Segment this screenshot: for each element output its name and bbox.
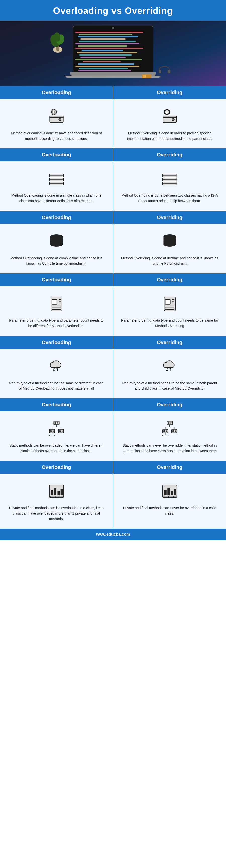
page-title: Overloading vs Overriding [2, 5, 224, 16]
svg-point-26 [166, 111, 168, 113]
content-row-4: Return type of a method can be the same … [0, 349, 226, 398]
svg-point-105 [172, 430, 174, 432]
sections-container: Overloading Overriding Method overloadin… [0, 86, 226, 529]
laptop-screen [73, 26, 153, 72]
svg-rect-122 [167, 488, 170, 496]
right-icon-5 [160, 419, 180, 439]
right-icon-0 [160, 106, 180, 126]
svg-point-96 [170, 423, 171, 424]
section-left-header-2: Overloading [0, 211, 113, 224]
left-icon-0 [46, 106, 67, 126]
content-left-col-4: Return type of a method can be the same … [0, 349, 113, 398]
svg-point-24 [172, 119, 174, 121]
svg-rect-113 [54, 488, 57, 496]
svg-point-106 [175, 431, 176, 432]
left-icon-5 [46, 419, 67, 439]
svg-point-78 [55, 422, 56, 424]
svg-rect-114 [57, 491, 60, 496]
left-icon-2 [46, 231, 67, 251]
section-right-header-5: Overriding [113, 398, 226, 411]
right-text-6: Private and final methods can never be o… [121, 505, 219, 516]
left-icon-1 [46, 169, 67, 189]
content-left-col-6: Private and final methods can be overloa… [0, 474, 113, 529]
svg-rect-14 [53, 109, 54, 110]
section-right-header-0: Overriding [113, 86, 226, 99]
svg-rect-27 [166, 109, 167, 110]
content-row-6: Private and final methods can be overloa… [0, 474, 226, 529]
content-left-col-2: Method Overloading is done at compile ti… [0, 224, 113, 273]
right-icon-4 [160, 356, 180, 376]
content-row-2: Method Overloading is done at compile ti… [0, 224, 226, 273]
content-right-col-5: Static methods can never be overridden, … [113, 411, 226, 461]
section-right-header-2: Overriding [113, 211, 226, 224]
right-text-2: Method Overriding is done at runtime and… [121, 255, 219, 266]
section-left-header-6: Overloading [0, 461, 113, 474]
content-row-3: Parameter ordering, data type and parame… [0, 286, 226, 336]
content-left-col-0: Method overloading is done to have enhan… [0, 99, 113, 148]
left-icon-3 [46, 294, 67, 314]
section-left-header-0: Overloading [0, 86, 113, 99]
section-header-4: Overloading Overriding [0, 336, 226, 349]
left-text-6: Private and final methods can be overloa… [7, 505, 105, 522]
svg-point-79 [57, 423, 58, 424]
section-header-2: Overloading Overriding [0, 211, 226, 224]
svg-point-102 [163, 430, 165, 432]
section-header-0: Overloading Overriding [0, 86, 226, 99]
page-header: Overloading vs Overriding [0, 0, 226, 21]
content-row-5: Static methods can be overloaded, i.e. w… [0, 411, 226, 461]
right-text-0: Method Overriding is done in order to pr… [121, 130, 219, 142]
svg-rect-5 [159, 70, 161, 73]
section-header-3: Overloading Overriding [0, 273, 226, 286]
svg-point-89 [62, 431, 63, 432]
section-header-5: Overloading Overriding [0, 398, 226, 411]
section-right-header-3: Overriding [113, 273, 226, 286]
right-text-1: Method Overriding is done between two cl… [121, 193, 219, 204]
svg-point-13 [53, 111, 55, 113]
content-right-col-0: Method Overriding is done in order to pr… [113, 99, 226, 148]
svg-rect-17 [56, 112, 57, 113]
svg-point-60 [163, 242, 176, 247]
svg-rect-121 [164, 490, 167, 496]
right-text-4: Return type of a method needs to be the … [121, 380, 219, 391]
left-text-2: Method Overloading is done at compile ti… [7, 255, 105, 266]
svg-rect-29 [164, 112, 165, 113]
svg-rect-115 [60, 489, 63, 496]
section-left-header-3: Overloading [0, 273, 113, 286]
right-icon-6 [160, 481, 180, 501]
svg-rect-30 [169, 112, 170, 113]
svg-rect-8 [143, 75, 146, 78]
svg-rect-62 [52, 300, 57, 304]
left-icon-6 [46, 481, 67, 501]
svg-point-11 [59, 119, 61, 121]
svg-rect-23 [163, 116, 176, 118]
content-right-col-6: Private and final methods can never be o… [113, 474, 226, 529]
section-left-header-4: Overloading [0, 336, 113, 349]
content-left-col-5: Static methods can be overloaded, i.e. w… [0, 411, 113, 461]
svg-rect-10 [50, 116, 63, 118]
content-left-col-3: Parameter ordering, data type and parame… [0, 286, 113, 336]
content-left-col-1: Method Overloading is done in a single c… [0, 161, 113, 211]
right-text-5: Static methods can never be overridden, … [121, 443, 219, 454]
left-text-4: Return type of a method can be the same … [7, 380, 105, 391]
right-icon-2 [160, 231, 180, 251]
section-right-header-4: Overriding [113, 336, 226, 349]
svg-point-103 [166, 431, 167, 432]
left-text-1: Method Overloading is done in a single c… [7, 193, 105, 204]
svg-point-53 [50, 242, 63, 247]
laptop-graphic [65, 26, 161, 81]
left-text-5: Static methods can be overloaded, i.e. w… [7, 443, 105, 454]
left-text-3: Parameter ordering, data type and parame… [7, 318, 105, 329]
svg-point-86 [53, 431, 54, 432]
left-icon-4 [46, 356, 67, 376]
svg-rect-123 [171, 491, 173, 496]
content-right-col-3: Parameter ordering, data type and count … [113, 286, 226, 336]
right-text-3: Parameter ordering, data type and count … [121, 318, 219, 329]
svg-rect-112 [51, 490, 53, 496]
svg-rect-16 [51, 112, 52, 113]
section-header-1: Overloading Overriding [0, 148, 226, 161]
content-right-col-1: Method Overriding is done between two cl… [113, 161, 226, 211]
section-header-6: Overloading Overriding [0, 461, 226, 474]
svg-point-88 [59, 430, 60, 432]
section-left-header-5: Overloading [0, 398, 113, 411]
right-icon-3 [160, 294, 180, 314]
